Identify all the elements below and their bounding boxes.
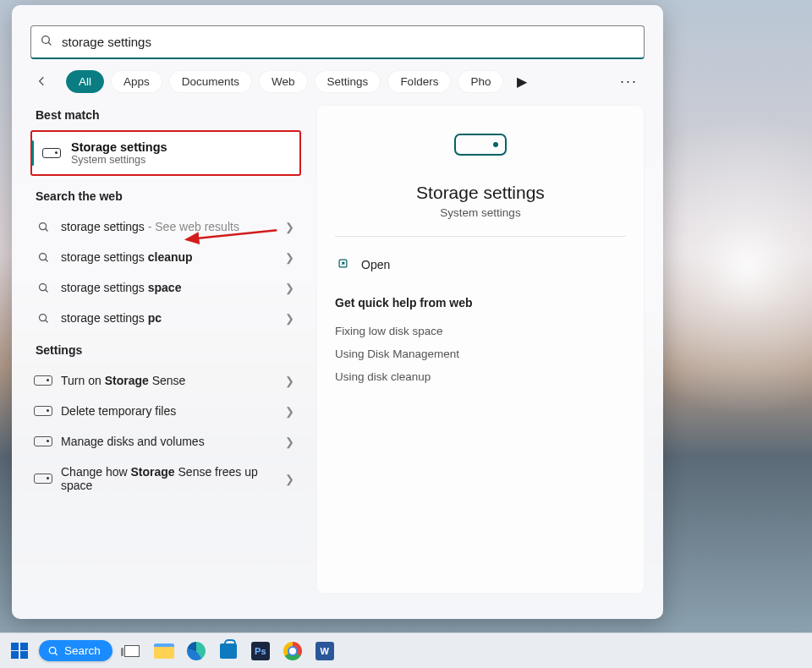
file-explorer-button[interactable] <box>151 638 177 664</box>
svg-point-2 <box>39 222 46 229</box>
start-search-panel: All Apps Documents Web Settings Folders … <box>12 5 663 619</box>
search-icon <box>36 282 51 294</box>
storage-icon <box>42 148 61 158</box>
storage-icon-large <box>454 134 507 156</box>
settings-heading: Settings <box>36 343 301 357</box>
chevron-right-icon: ❯ <box>285 435 294 448</box>
tabs-more-menu[interactable]: ··· <box>613 73 645 90</box>
svg-line-9 <box>45 320 47 322</box>
taskbar-search-label: Search <box>64 644 101 657</box>
edge-button[interactable] <box>184 638 209 664</box>
search-input[interactable] <box>62 35 635 49</box>
search-icon <box>40 34 53 51</box>
result-label: Turn on Storage Sense <box>61 374 275 387</box>
svg-point-6 <box>39 283 46 290</box>
photoshop-icon: Ps <box>251 642 270 660</box>
open-action[interactable]: Open <box>335 254 626 276</box>
divider <box>335 236 626 237</box>
svg-point-8 <box>39 314 46 320</box>
store-icon <box>220 643 237 659</box>
storage-icon <box>36 474 51 484</box>
chevron-right-icon: ❯ <box>285 375 294 387</box>
best-match-subtitle: System settings <box>71 154 167 166</box>
results-left-column: Best match Storage settings System setti… <box>30 105 301 594</box>
web-result[interactable]: storage settings pc ❯ <box>30 303 301 333</box>
result-label: storage settings space <box>61 281 275 294</box>
settings-result[interactable]: Change how Storage Sense frees up space … <box>30 457 301 501</box>
tab-photos[interactable]: Pho <box>458 70 503 93</box>
settings-result[interactable]: Manage disks and volumes ❯ <box>30 426 301 457</box>
windows-logo-icon <box>11 643 28 660</box>
result-label: Manage disks and volumes <box>61 435 275 448</box>
svg-point-4 <box>39 253 46 260</box>
search-icon <box>36 312 51 325</box>
settings-result[interactable]: Delete temporary files ❯ <box>30 396 301 426</box>
help-link[interactable]: Using Disk Management <box>335 342 626 365</box>
result-label: storage settings pc <box>61 311 275 325</box>
svg-line-7 <box>45 289 47 292</box>
help-heading: Get quick help from web <box>335 296 626 309</box>
word-button[interactable]: W <box>312 638 337 664</box>
preview-title: Storage settings <box>416 183 545 203</box>
tabs-scroll-right[interactable]: ▶ <box>512 74 532 90</box>
back-button[interactable] <box>30 69 54 93</box>
chrome-icon <box>283 642 302 660</box>
svg-line-5 <box>45 259 47 261</box>
tab-settings[interactable]: Settings <box>315 70 381 93</box>
storage-icon <box>36 406 51 416</box>
tab-apps[interactable]: Apps <box>111 70 162 93</box>
edge-icon <box>187 642 206 660</box>
result-preview-panel: Storage settings System settings Open Ge… <box>316 105 645 594</box>
taskbar: Search Ps W <box>0 632 812 668</box>
search-bar[interactable] <box>30 25 645 59</box>
help-link[interactable]: Using disk cleanup <box>335 365 626 388</box>
svg-point-12 <box>49 647 56 654</box>
word-icon: W <box>315 642 334 660</box>
settings-result[interactable]: Turn on Storage Sense ❯ <box>30 365 301 396</box>
task-view-button[interactable] <box>119 638 145 664</box>
svg-line-13 <box>55 652 58 654</box>
svg-line-3 <box>45 228 47 231</box>
svg-point-0 <box>42 36 50 43</box>
photoshop-button[interactable]: Ps <box>248 638 273 664</box>
search-icon <box>36 221 51 233</box>
best-match-heading: Best match <box>36 108 301 122</box>
chevron-right-icon: ❯ <box>285 312 294 325</box>
storage-icon <box>36 375 51 386</box>
taskbar-search-button[interactable]: Search <box>39 640 112 661</box>
tab-web[interactable]: Web <box>259 70 308 93</box>
open-icon <box>337 257 349 272</box>
chevron-right-icon: ❯ <box>285 405 294 418</box>
help-link[interactable]: Fixing low disk space <box>335 320 626 342</box>
microsoft-store-button[interactable] <box>216 638 241 664</box>
settings-results-list: Turn on Storage Sense ❯ Delete temporary… <box>30 365 301 501</box>
chevron-right-icon: ❯ <box>285 282 294 294</box>
selection-indicator <box>31 140 34 166</box>
best-match-title: Storage settings <box>71 140 167 154</box>
result-label: Change how Storage Sense frees up space <box>61 465 275 492</box>
task-view-icon <box>124 645 140 657</box>
chrome-button[interactable] <box>280 638 305 664</box>
filter-tab-row: All Apps Documents Web Settings Folders … <box>12 68 663 105</box>
chevron-right-icon: ❯ <box>285 473 294 485</box>
preview-subtitle: System settings <box>440 206 520 219</box>
storage-icon <box>36 436 51 446</box>
svg-line-1 <box>48 42 51 45</box>
best-match-result[interactable]: Storage settings System settings <box>30 130 301 176</box>
search-icon <box>36 251 51 264</box>
chevron-right-icon: ❯ <box>285 251 294 264</box>
result-label: Delete temporary files <box>61 404 275 418</box>
tab-all[interactable]: All <box>66 70 104 93</box>
web-result[interactable]: storage settings space ❯ <box>30 272 301 303</box>
tab-folders[interactable]: Folders <box>387 70 451 93</box>
start-button[interactable] <box>7 638 32 664</box>
tab-documents[interactable]: Documents <box>169 70 252 93</box>
file-explorer-icon <box>154 643 174 659</box>
open-label: Open <box>361 258 390 271</box>
